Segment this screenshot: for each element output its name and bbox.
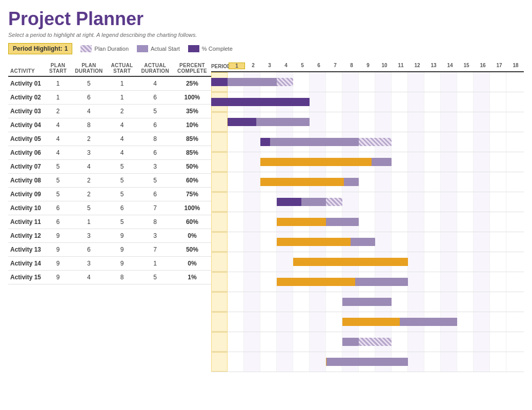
period-num-16: 16 xyxy=(475,63,491,69)
col-activity: ACTIVITY xyxy=(8,60,45,76)
plan-label: Plan Duration xyxy=(94,46,129,52)
gantt-bars xyxy=(211,192,524,212)
table-row: Activity 11 6 1 5 8 60% xyxy=(8,215,211,229)
bar-complete xyxy=(277,238,351,247)
activity-name: Activity 08 xyxy=(8,174,45,188)
bar-complete xyxy=(260,158,372,167)
actual-start-val: 2 xyxy=(107,105,137,118)
actual-start-val: 9 xyxy=(107,243,137,257)
actual-duration-val: 3 xyxy=(137,229,173,243)
gantt-row xyxy=(211,312,524,332)
plan-start-val: 4 xyxy=(45,132,71,146)
plan-start-val: 9 xyxy=(45,271,71,284)
periods-header: PERIODS 123456789101112131415161718 xyxy=(211,60,524,72)
actual-duration-val: 7 xyxy=(137,243,173,257)
gantt-bars xyxy=(211,332,524,352)
plan-duration-val: 3 xyxy=(71,146,107,160)
gantt-bars xyxy=(211,212,524,232)
actual-start-val: 5 xyxy=(107,160,137,174)
legend-plan: Plan Duration xyxy=(80,45,129,52)
plan-duration-val: 2 xyxy=(71,174,107,188)
percent-val: 35% xyxy=(173,105,211,118)
activity-name: Activity 07 xyxy=(8,160,45,174)
gantt-bars xyxy=(211,132,524,152)
bar-complete xyxy=(277,198,301,207)
table-row: Activity 12 9 3 9 3 0% xyxy=(8,229,211,243)
col-percent: PERCENTCOMPLETE xyxy=(173,60,211,76)
legend-complete: % Complete xyxy=(188,45,233,52)
period-highlight-box[interactable]: Period Highlight: 1 xyxy=(8,43,72,54)
plan-start-val: 5 xyxy=(45,188,71,201)
col-plan-duration: PLANDURATION xyxy=(71,60,107,76)
activity-name: Activity 14 xyxy=(8,257,45,271)
plan-duration-val: 3 xyxy=(71,257,107,271)
gantt-row xyxy=(211,112,524,132)
period-num-18: 18 xyxy=(507,63,524,69)
period-num-13: 13 xyxy=(425,63,442,69)
percent-val: 100% xyxy=(173,91,211,105)
table-row: Activity 05 4 2 4 8 85% xyxy=(8,132,211,146)
plan-start-val: 6 xyxy=(45,215,71,229)
gantt-bars xyxy=(211,312,524,332)
actual-start-val: 4 xyxy=(107,146,137,160)
period-highlight-label: Period Highlight: xyxy=(13,45,63,52)
period-num-12: 12 xyxy=(409,63,425,69)
actual-start-val: 9 xyxy=(107,257,137,271)
percent-val: 50% xyxy=(173,243,211,257)
plan-start-val: 6 xyxy=(45,201,71,215)
period-num-6: 6 xyxy=(311,63,327,69)
activity-name: Activity 12 xyxy=(8,229,45,243)
actual-duration-val: 1 xyxy=(137,257,173,271)
actual-duration-val: 4 xyxy=(137,76,173,91)
bar-actual xyxy=(326,358,408,366)
data-section: ACTIVITY PLANSTART PLANDURATION ACTUALST… xyxy=(8,60,211,372)
actual-duration-val: 5 xyxy=(137,174,173,188)
plan-start-val: 4 xyxy=(45,146,71,160)
gantt-row xyxy=(211,192,524,212)
percent-val: 50% xyxy=(173,160,211,174)
actual-start-val: 5 xyxy=(107,174,137,188)
plan-start-val: 9 xyxy=(45,243,71,257)
percent-val: 100% xyxy=(173,201,211,215)
plan-swatch xyxy=(80,45,92,52)
data-table: ACTIVITY PLANSTART PLANDURATION ACTUALST… xyxy=(8,60,211,284)
period-num-4: 4 xyxy=(278,63,294,69)
table-row: Activity 04 4 8 4 6 10% xyxy=(8,118,211,132)
plan-duration-val: 4 xyxy=(71,105,107,118)
percent-val: 60% xyxy=(173,174,211,188)
period-num-1[interactable]: 1 xyxy=(229,63,245,69)
table-row: Activity 10 6 5 6 7 100% xyxy=(8,201,211,215)
activity-name: Activity 10 xyxy=(8,201,45,215)
period-num-17: 17 xyxy=(491,63,507,69)
periods-label: PERIODS xyxy=(211,64,229,69)
plan-duration-val: 3 xyxy=(71,229,107,243)
gantt-rows xyxy=(211,72,524,372)
actual-duration-val: 8 xyxy=(137,215,173,229)
col-plan-start: PLANSTART xyxy=(45,60,71,76)
period-num-3: 3 xyxy=(261,63,278,69)
chart-wrapper: PERIODS 123456789101112131415161718 xyxy=(211,60,524,372)
gantt-row xyxy=(211,152,524,172)
gantt-bars xyxy=(211,272,524,292)
main-table: ACTIVITY PLANSTART PLANDURATION ACTUALST… xyxy=(8,60,524,372)
plan-duration-val: 6 xyxy=(71,91,107,105)
gantt-bars xyxy=(211,112,524,132)
percent-val: 10% xyxy=(173,118,211,132)
plan-start-val: 9 xyxy=(45,229,71,243)
activity-name: Activity 11 xyxy=(8,215,45,229)
bar-complete xyxy=(277,218,326,227)
table-row: Activity 07 5 4 5 3 50% xyxy=(8,160,211,174)
legend-bar: Period Highlight: 1 Plan Duration Actual… xyxy=(8,43,524,54)
plan-duration-val: 8 xyxy=(71,118,107,132)
bar-complete xyxy=(260,178,344,187)
percent-val: 75% xyxy=(173,188,211,201)
percent-val: 0% xyxy=(173,257,211,271)
actual-start-val: 6 xyxy=(107,201,137,215)
period-num-9: 9 xyxy=(360,63,376,69)
bar-actual xyxy=(342,298,392,306)
percent-val: 60% xyxy=(173,215,211,229)
period-num-10: 10 xyxy=(376,63,393,69)
period-highlight-value: 1 xyxy=(65,45,68,52)
table-row: Activity 15 9 4 8 5 1% xyxy=(8,271,211,284)
plan-duration-val: 6 xyxy=(71,243,107,257)
